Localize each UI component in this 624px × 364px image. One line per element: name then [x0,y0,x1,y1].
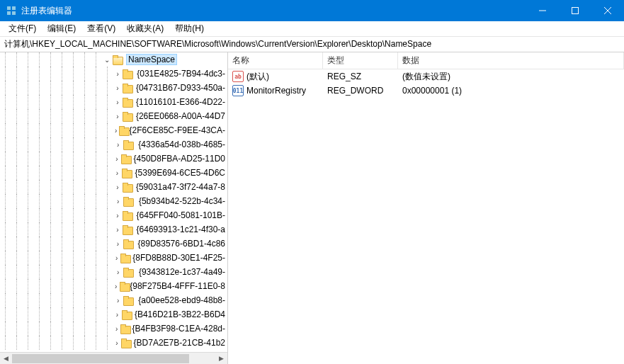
expand-toggle[interactable]: › [113,155,120,163]
tree-label: {B416D21B-3B22-B6D4 [132,309,227,320]
expand-toggle[interactable]: › [113,339,120,347]
tree-item[interactable]: ›{5399E694-6CE5-4D6C [0,166,227,180]
tree-label: {8FD8B88D-30E1-4F25- [130,252,227,263]
scroll-track[interactable] [12,353,215,365]
scroll-thumb[interactable] [12,354,189,363]
expand-toggle[interactable]: › [113,311,121,319]
expand-toggle[interactable]: › [113,226,122,234]
tree-label: {11016101-E366-4D22- [134,96,227,108]
expand-toggle[interactable]: › [113,283,119,290]
minimize-button[interactable] [526,0,559,21]
list-header: 名称 类型 数据 [228,52,624,69]
expand-toggle[interactable]: › [113,240,123,248]
tree-item[interactable]: ›{2F6CE85C-F9EE-43CA- [0,123,227,137]
close-button[interactable] [591,0,624,21]
menu-file[interactable]: 文件(F) [3,21,42,36]
horizontal-scrollbar[interactable]: ◀ ▶ [0,352,227,364]
folder-icon [123,139,133,150]
menu-edit[interactable]: 编辑(E) [42,21,81,36]
tree-item[interactable]: ›{9343812e-1c37-4a49- [0,265,227,279]
tree-item[interactable]: ›{B4FB3F98-C1EA-428d- [0,322,227,336]
tree-item[interactable]: ›{59031a47-3f72-44a7-8 [0,180,227,194]
tree-item[interactable]: ›{a00ee528-ebd9-48b8- [0,293,227,307]
tree-label: {98F275B4-4FFF-11E0-8 [127,280,227,292]
tree-item[interactable]: ›{450D8FBA-AD25-11D0 [0,152,227,166]
expand-toggle[interactable]: › [113,113,122,120]
tree-item[interactable]: ›{4336a54d-038b-4685- [0,137,227,152]
address-bar[interactable]: 计算机\HKEY_LOCAL_MACHINE\SOFTWARE\Microsof… [0,37,624,52]
tree-label: {5b934b42-522b-4c34- [137,195,227,207]
expand-toggle[interactable]: › [113,84,122,92]
header-name[interactable]: 名称 [228,52,323,69]
expand-toggle[interactable]: ⌄ [102,56,112,64]
tree-item[interactable]: ›{5b934b42-522b-4c34- [0,194,227,208]
svg-rect-3 [12,11,16,15]
expand-toggle[interactable]: › [113,141,123,149]
value-name-cell: ab(默认) [228,71,323,83]
folder-icon [118,125,124,136]
folder-icon [112,54,123,65]
tree-item[interactable]: ›{89D83576-6BD1-4c86 [0,237,227,251]
window-controls [526,0,624,21]
tree-item[interactable]: ›{98F275B4-4FFF-11E0-8 [0,279,227,293]
menu-view[interactable]: 查看(V) [81,21,121,36]
dword-value-icon: 011 [232,85,244,96]
svg-rect-2 [7,11,11,15]
tree-body[interactable]: ⌄NameSpace›{031E4825-7B94-4dc3-›{04731B6… [0,52,227,352]
tree-label: {a00ee528-ebd9-48b8- [136,295,227,306]
scroll-right-button[interactable]: ▶ [215,353,227,365]
folder-icon [123,195,133,207]
tree-label: {031E4825-7B94-4dc3- [135,68,227,79]
expand-toggle[interactable]: › [113,212,122,220]
tree-item[interactable]: ›{26EE0668-A00A-44D7 [0,109,227,123]
tree-item[interactable]: ›{64693913-1c21-4f30-a [0,222,227,237]
tree-label: NameSpace [126,54,177,65]
expand-toggle[interactable]: › [113,70,122,78]
expand-toggle[interactable]: › [113,127,118,135]
menu-help[interactable]: 帮助(H) [169,21,210,36]
folder-icon [122,224,132,235]
tree-item[interactable]: ›{B416D21B-3B22-B6D4 [0,307,227,322]
expand-toggle[interactable]: › [113,169,121,177]
expand-toggle[interactable]: › [113,198,123,205]
expand-toggle[interactable]: › [113,268,123,276]
list-body[interactable]: ab(默认)REG_SZ(数值未设置)011MonitorRegistryREG… [228,69,624,364]
expand-toggle[interactable]: › [113,183,122,191]
folder-icon [123,266,133,278]
maximize-button[interactable] [559,0,591,21]
tree-label: {B4FB3F98-C1EA-428d- [130,323,227,334]
folder-icon [119,280,125,292]
tree-label: {9343812e-1c37-4a49- [137,266,227,278]
expand-toggle[interactable]: › [113,325,120,333]
tree-item[interactable]: ›{645FF040-5081-101B- [0,208,227,222]
folder-icon [122,210,132,221]
tree-label: {645FF040-5081-101B- [135,210,227,221]
folder-icon [122,68,132,79]
tree-item-namespace[interactable]: ⌄NameSpace [0,52,227,67]
tree-item[interactable]: ›{11016101-E366-4D22- [0,95,227,109]
expand-toggle[interactable]: › [113,254,120,262]
header-type[interactable]: 类型 [323,52,398,69]
title-bar: 注册表编辑器 [0,0,624,21]
tree-label: {04731B67-D933-450a- [134,82,227,93]
svg-rect-1 [12,6,16,10]
value-row[interactable]: 011MonitorRegistryREG_DWORD0x00000001 (1… [228,84,624,98]
value-data: (数值未设置) [398,71,624,83]
menu-favorites[interactable]: 收藏夹(A) [121,21,169,36]
expand-toggle[interactable]: › [113,98,122,106]
value-name: MonitorRegistry [246,86,306,96]
tree-item[interactable]: ›{BD7A2E7B-21CB-41b2 [0,336,227,350]
value-name: (默认) [246,71,269,83]
value-data: 0x00000001 (1) [398,86,624,96]
tree-item[interactable]: ›{031E4825-7B94-4dc3- [0,67,227,81]
scroll-left-button[interactable]: ◀ [0,353,12,365]
tree-item[interactable]: ›{04731B67-D933-450a- [0,81,227,95]
value-row[interactable]: ab(默认)REG_SZ(数值未设置) [228,69,624,84]
expand-toggle[interactable]: › [113,297,123,305]
string-value-icon: ab [232,71,244,82]
content-area: ⌄NameSpace›{031E4825-7B94-4dc3-›{04731B6… [0,52,624,364]
header-data[interactable]: 数据 [398,52,624,69]
folder-icon [122,96,131,108]
tree-item[interactable]: ›{8FD8B88D-30E1-4F25- [0,251,227,265]
app-icon [6,5,17,16]
